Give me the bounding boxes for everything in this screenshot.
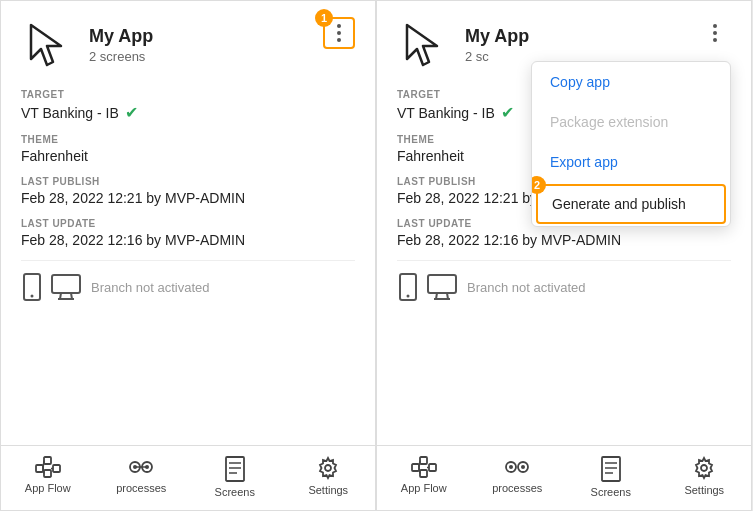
branch-area-1: Branch not activated — [21, 260, 355, 313]
theme-label-1: THEME — [21, 134, 355, 145]
footer-processes-1[interactable]: processes — [111, 456, 171, 498]
footer-settings-1[interactable]: Settings — [298, 456, 358, 498]
screens-icon-1 — [225, 456, 245, 482]
app-icon-area-1: My App 2 screens — [21, 17, 153, 73]
card-2-body: My App 2 screens Copy app — [377, 1, 751, 445]
footer-screens-1[interactable]: Screens — [205, 456, 265, 498]
svg-line-13 — [43, 469, 44, 474]
desktop-icon-1 — [51, 274, 81, 300]
last-publish-value-1: Feb 28, 2022 12:21 by MVP-ADMIN — [21, 190, 355, 206]
footer-settings-label-2: Settings — [684, 484, 724, 496]
svg-line-33 — [419, 468, 420, 474]
target-field-1: TARGET VT Banking - IB ✔ — [21, 89, 355, 122]
branch-label-1: Branch not activated — [91, 280, 210, 295]
menu-generate-publish[interactable]: 2 Generate and publish — [536, 184, 726, 224]
cursor-icon-1 — [21, 17, 77, 73]
footer-processes-label-1: processes — [116, 482, 166, 494]
step-badge-1: 1 — [315, 9, 333, 27]
kebab-button-2[interactable] — [699, 17, 731, 49]
card-2: My App 2 screens Copy app — [376, 0, 752, 511]
cards-container: My App 2 screens 1 TAR — [0, 0, 753, 511]
svg-point-38 — [521, 465, 525, 469]
app-icon-area-2: My App 2 screens — [397, 17, 529, 73]
target-value-1: VT Banking - IB ✔ — [21, 103, 355, 122]
card-1: My App 2 screens 1 TAR — [0, 0, 376, 511]
svg-rect-4 — [36, 465, 43, 472]
step-badge-2: 2 — [531, 176, 546, 194]
svg-point-43 — [701, 465, 707, 471]
app-title-area-1: My App 2 screens — [89, 26, 153, 64]
card-2-header: My App 2 screens Copy app — [397, 17, 731, 73]
footer-processes-label-2: processes — [492, 482, 542, 494]
card-1-body: My App 2 screens 1 TAR — [1, 1, 375, 445]
footer-processes-2[interactable]: processes — [487, 456, 547, 498]
svg-rect-6 — [44, 470, 51, 477]
settings-icon-1 — [316, 456, 340, 480]
app-flow-icon-2 — [411, 456, 437, 478]
svg-line-32 — [419, 461, 420, 468]
app-screens-2: 2 screens — [465, 49, 529, 64]
footer-app-flow-label-2: App Flow — [401, 482, 447, 494]
card-1-header: My App 2 screens 1 — [21, 17, 355, 73]
footer-settings-2[interactable]: Settings — [674, 456, 734, 498]
svg-rect-30 — [420, 470, 427, 477]
svg-rect-28 — [412, 464, 419, 471]
svg-point-23 — [325, 465, 331, 471]
branch-label-2: Branch not activated — [467, 280, 586, 295]
menu-export-app[interactable]: Export app — [532, 142, 730, 182]
svg-rect-29 — [420, 457, 427, 464]
footer-app-flow-2[interactable]: App Flow — [394, 456, 454, 498]
footer-settings-label-1: Settings — [308, 484, 348, 496]
mobile-icon-2 — [397, 273, 419, 301]
branch-icons-1 — [21, 273, 81, 301]
processes-icon-1 — [128, 456, 154, 478]
footer-screens-label-2: Screens — [591, 486, 631, 498]
app-screens-1: 2 screens — [89, 49, 153, 64]
last-publish-field-1: LAST PUBLISH Feb 28, 2022 12:21 by MVP-A… — [21, 176, 355, 206]
dropdown-menu: Copy app Package extension Export app 2 … — [531, 61, 731, 227]
svg-point-25 — [407, 295, 410, 298]
theme-value-1: Fahrenheit — [21, 148, 355, 164]
svg-rect-7 — [53, 465, 60, 472]
menu-package-extension: Package extension — [532, 102, 730, 142]
svg-point-1 — [31, 295, 34, 298]
last-update-label-1: LAST UPDATE — [21, 218, 355, 229]
app-name-2: My App — [465, 26, 529, 47]
svg-point-17 — [133, 465, 137, 469]
footer-screens-2[interactable]: Screens — [581, 456, 641, 498]
dots-icon-1 — [337, 24, 341, 42]
footer-app-flow-1[interactable]: App Flow — [18, 456, 78, 498]
app-title-area-2: My App 2 screens — [465, 26, 529, 64]
branch-area-2: Branch not activated — [397, 260, 731, 313]
app-flow-icon-1 — [35, 456, 61, 478]
cursor-icon-2 — [397, 17, 453, 73]
screens-icon-2 — [601, 456, 621, 482]
desktop-icon-2 — [427, 274, 457, 300]
card-1-footer: App Flow processes Sc — [1, 445, 375, 510]
last-update-value-1: Feb 28, 2022 12:16 by MVP-ADMIN — [21, 232, 355, 248]
svg-rect-2 — [52, 275, 80, 293]
target-label-1: TARGET — [21, 89, 355, 100]
kebab-button-1[interactable]: 1 — [323, 17, 355, 49]
last-publish-label-1: LAST PUBLISH — [21, 176, 355, 187]
settings-icon-2 — [692, 456, 716, 480]
svg-rect-39 — [602, 457, 620, 481]
footer-app-flow-label-1: App Flow — [25, 482, 71, 494]
svg-point-18 — [145, 465, 149, 469]
svg-rect-19 — [226, 457, 244, 481]
footer-screens-label-1: Screens — [215, 486, 255, 498]
green-check-icon-2: ✔ — [501, 103, 514, 122]
processes-icon-2 — [504, 456, 530, 478]
svg-point-37 — [509, 465, 513, 469]
svg-rect-5 — [44, 457, 51, 464]
green-check-icon-1: ✔ — [125, 103, 138, 122]
last-update-field-1: LAST UPDATE Feb 28, 2022 12:16 by MVP-AD… — [21, 218, 355, 248]
svg-rect-26 — [428, 275, 456, 293]
mobile-icon-1 — [21, 273, 43, 301]
menu-copy-app[interactable]: Copy app — [532, 62, 730, 102]
theme-field-1: THEME Fahrenheit — [21, 134, 355, 164]
svg-line-12 — [43, 461, 44, 469]
app-name-1: My App — [89, 26, 153, 47]
svg-rect-31 — [429, 464, 436, 471]
last-update-value-2: Feb 28, 2022 12:16 by MVP-ADMIN — [397, 232, 731, 248]
